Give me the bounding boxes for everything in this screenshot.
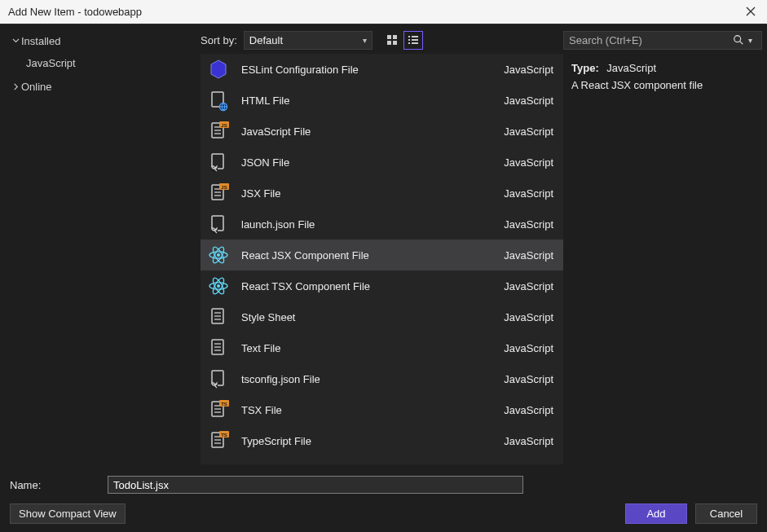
close-icon[interactable]	[743, 6, 759, 19]
template-type: JavaScript	[504, 187, 553, 200]
svg-rect-2	[387, 41, 391, 45]
titlebar: Add New Item - todowebapp	[0, 0, 767, 24]
template-name: Text File	[241, 342, 492, 354]
template-list-panel: Sort by: Default ▾	[196, 24, 563, 464]
template-name: ESLint Configuration File	[241, 64, 492, 76]
sort-by-label: Sort by:	[201, 34, 237, 46]
svg-rect-5	[412, 36, 418, 37]
template-item[interactable]: TypeScript FileJavaScript	[201, 425, 563, 456]
tree-label: Installed	[21, 35, 60, 47]
template-item[interactable]: Style SheetJavaScript	[201, 301, 563, 332]
template-type: JavaScript	[504, 156, 553, 169]
template-type: JavaScript	[504, 95, 553, 107]
chevron-down-icon	[10, 37, 21, 45]
info-description: A React JSX component file	[571, 79, 759, 91]
template-type: JavaScript	[504, 125, 553, 138]
search-input[interactable]	[569, 34, 732, 46]
search-box[interactable]: ▾	[563, 31, 762, 50]
template-type: JavaScript	[504, 280, 553, 292]
tree-node-installed[interactable]: Installed	[0, 33, 196, 49]
svg-rect-8	[408, 42, 410, 44]
js-icon	[207, 120, 230, 143]
search-icon	[732, 34, 745, 46]
html-icon	[207, 89, 230, 112]
svg-point-10	[734, 36, 741, 42]
svg-line-11	[740, 42, 743, 45]
eslint-icon	[207, 58, 230, 81]
react-icon	[207, 244, 230, 266]
template-item[interactable]: tsconfig.json FileJavaScript	[201, 363, 563, 394]
grid-view-button[interactable]	[382, 31, 402, 50]
name-input[interactable]	[108, 476, 523, 494]
template-item[interactable]: React JSX Component FileJavaScript	[201, 240, 563, 270]
svg-rect-4	[408, 36, 410, 37]
template-item[interactable]: TSX FileJavaScript	[201, 394, 563, 425]
category-tree: Installed JavaScript Online	[0, 24, 196, 464]
template-name: tsconfig.json File	[241, 373, 492, 385]
add-new-item-dialog: Add New Item - todowebapp Installed Java…	[0, 0, 767, 532]
tree-label: JavaScript	[26, 57, 76, 69]
template-name: launch.json File	[241, 218, 492, 231]
template-type: JavaScript	[504, 218, 553, 231]
tsx-icon	[207, 398, 230, 421]
template-type: JavaScript	[504, 311, 553, 323]
launch-icon	[207, 213, 230, 235]
dialog-footer: Name: Show Compact View Add Cancel	[0, 464, 767, 532]
template-name: Style Sheet	[241, 311, 492, 323]
template-name: HTML File	[241, 95, 492, 107]
template-item[interactable]: JSON FileJavaScript	[201, 147, 563, 178]
svg-rect-1	[393, 35, 397, 39]
template-item[interactable]: JSX FileJavaScript	[201, 178, 563, 209]
add-button[interactable]: Add	[625, 503, 687, 524]
tsconfig-icon	[207, 367, 230, 390]
template-name: React TSX Component File	[241, 280, 492, 292]
template-list: ESLint Configuration FileJavaScriptHTML …	[201, 54, 563, 464]
tree-node-javascript[interactable]: JavaScript	[0, 55, 196, 72]
template-type: JavaScript	[504, 373, 553, 385]
svg-rect-0	[387, 35, 391, 39]
tree-label: Online	[21, 81, 52, 93]
svg-rect-6	[408, 39, 410, 41]
template-item[interactable]: React TSX Component FileJavaScript	[201, 270, 563, 301]
template-name: React JSX Component File	[241, 249, 492, 262]
window-title: Add New Item - todowebapp	[8, 6, 142, 18]
template-item[interactable]: JavaScript FileJavaScript	[201, 116, 563, 147]
template-type: JavaScript	[504, 435, 553, 447]
svg-rect-3	[393, 41, 397, 45]
template-name: TypeScript File	[241, 435, 492, 447]
jsx-icon	[207, 182, 230, 204]
ts-icon	[207, 429, 230, 452]
template-name: JavaScript File	[241, 125, 492, 138]
info-type-label: Type:	[571, 62, 599, 74]
template-type: JavaScript	[504, 249, 553, 262]
name-label: Name:	[10, 479, 98, 491]
template-name: JSON File	[241, 156, 492, 169]
template-name: JSX File	[241, 187, 492, 200]
text-icon	[207, 336, 230, 359]
template-item[interactable]: Text FileJavaScript	[201, 332, 563, 363]
template-item[interactable]: HTML FileJavaScript	[201, 85, 563, 116]
chevron-down-icon: ▾	[363, 36, 367, 45]
template-item[interactable]: launch.json FileJavaScript	[201, 209, 563, 240]
chevron-right-icon	[10, 83, 21, 90]
list-view-button[interactable]	[403, 31, 423, 50]
template-type: JavaScript	[504, 404, 553, 416]
sort-by-value: Default	[249, 34, 283, 46]
template-item[interactable]: ESLint Configuration FileJavaScript	[201, 54, 563, 85]
svg-rect-9	[412, 42, 418, 44]
tree-node-online[interactable]: Online	[0, 78, 196, 95]
info-type-value: JavaScript	[606, 62, 656, 74]
react-icon	[207, 275, 230, 297]
sort-by-dropdown[interactable]: Default ▾	[244, 31, 372, 50]
chevron-down-icon[interactable]: ▾	[748, 36, 756, 45]
style-icon	[207, 306, 230, 328]
template-name: TSX File	[241, 404, 492, 416]
template-type: JavaScript	[504, 64, 553, 76]
json-icon	[207, 151, 230, 174]
cancel-button[interactable]: Cancel	[695, 503, 757, 524]
template-type: JavaScript	[504, 342, 553, 354]
show-compact-view-button[interactable]: Show Compact View	[10, 503, 126, 524]
svg-rect-7	[412, 39, 418, 41]
info-panel: ▾ Type: JavaScript A React JSX component…	[563, 24, 767, 464]
